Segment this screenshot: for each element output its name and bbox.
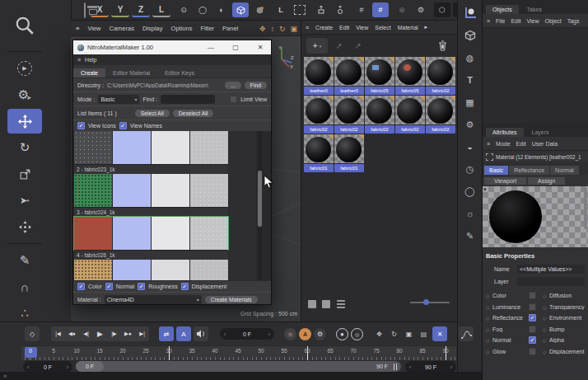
model-mode-icon[interactable] bbox=[232, 2, 249, 17]
material-item[interactable]: fabric05 bbox=[365, 57, 394, 95]
menu-options[interactable]: Options bbox=[171, 25, 193, 32]
slider-knob[interactable] bbox=[423, 299, 429, 305]
keyframe-diamond-icon[interactable]: ◇ bbox=[539, 304, 549, 310]
scrollbar-thumb[interactable] bbox=[258, 171, 262, 227]
zoom-view-icon[interactable]: ↕ bbox=[270, 25, 274, 33]
spin-left-icon[interactable]: ‹ bbox=[27, 364, 29, 370]
tab-create[interactable]: Create bbox=[73, 68, 105, 77]
texture-swatch[interactable] bbox=[190, 260, 228, 280]
texture-swatch[interactable] bbox=[152, 174, 189, 207]
render-settings-gear-icon[interactable]: ⚙ bbox=[413, 2, 429, 17]
play-mode-button[interactable]: ⇄ bbox=[159, 326, 174, 341]
material-item[interactable]: leather0 bbox=[334, 57, 364, 95]
menu-view[interactable]: View bbox=[356, 25, 368, 30]
workplane-button[interactable]: L bbox=[152, 2, 170, 17]
menu-edit[interactable]: Edit bbox=[516, 141, 526, 147]
tab-attributes[interactable]: Attributes bbox=[486, 128, 524, 137]
load-materials-icon[interactable]: ↗ bbox=[331, 38, 347, 54]
scale-tool-icon[interactable] bbox=[7, 162, 42, 186]
tab-editor-material[interactable]: Editor Material bbox=[105, 68, 157, 77]
preview-range-slider[interactable]: 0 F 90 F bbox=[76, 361, 401, 372]
menu-user-data[interactable]: User Data bbox=[532, 141, 558, 147]
spline-arc-icon[interactable]: ∩ bbox=[7, 274, 42, 299]
select-all-button[interactable]: Select All bbox=[135, 110, 170, 117]
menu-edit[interactable]: Edit bbox=[339, 25, 349, 30]
prev-frame-button[interactable]: ◀| bbox=[79, 326, 93, 341]
object-coordinates-icon[interactable]: ◯ bbox=[194, 2, 211, 17]
texture-list[interactable]: 2 - fabric023_1k 3 - fabric024_1k 4 - fa… bbox=[73, 131, 271, 280]
range-end-spinner[interactable]: ‹ 90 F › bbox=[405, 361, 456, 373]
texture-swatch[interactable] bbox=[113, 131, 151, 164]
enable-axis-icon[interactable] bbox=[313, 2, 329, 17]
browse-button[interactable]: ... bbox=[225, 82, 241, 89]
rotate-view-icon[interactable]: ↻ bbox=[279, 25, 286, 33]
pan-view-icon[interactable]: ✥ bbox=[259, 25, 266, 33]
texture-swatch[interactable] bbox=[190, 131, 228, 164]
cursor-move-icon[interactable]: ➤+ bbox=[7, 188, 42, 213]
menu-object[interactable]: Object bbox=[544, 18, 561, 24]
keyframe-diamond-icon[interactable]: ◇ bbox=[539, 349, 549, 354]
menu-edit[interactable]: Edit bbox=[511, 18, 520, 24]
menu-panel[interactable]: Panel bbox=[222, 25, 238, 32]
roughness-checkbox[interactable]: ✓ bbox=[138, 283, 145, 290]
material-type-dropdown[interactable]: Cinema4D▾ bbox=[105, 295, 202, 304]
layer-field[interactable] bbox=[517, 277, 585, 286]
menu-view[interactable]: View bbox=[87, 25, 100, 32]
text-tool-icon[interactable]: T bbox=[462, 72, 478, 88]
object-list[interactable] bbox=[483, 28, 588, 123]
texture-row[interactable] bbox=[74, 174, 228, 207]
record-button[interactable]: ◉ bbox=[284, 328, 296, 340]
delete-material-icon[interactable] bbox=[435, 38, 450, 54]
keyframe-diamond-icon[interactable]: ◇ bbox=[483, 326, 492, 332]
axis-workplane-icon[interactable] bbox=[462, 5, 478, 21]
spin-right-icon[interactable]: › bbox=[268, 331, 270, 337]
record-rotation-toggle[interactable]: ↻ bbox=[388, 328, 400, 340]
clock-icon[interactable]: ◷ bbox=[462, 161, 478, 177]
workplane-axis-icon[interactable]: L bbox=[273, 2, 289, 17]
normal-channel-checkbox[interactable]: ✓ bbox=[529, 336, 536, 344]
goto-start-button[interactable]: |◀ bbox=[51, 326, 65, 341]
menu-cameras[interactable]: Cameras bbox=[110, 25, 134, 32]
grid-view-icon[interactable] bbox=[308, 300, 316, 308]
material-item[interactable]: fabric02 bbox=[426, 96, 455, 134]
axis-y-lock-button[interactable]: Y bbox=[111, 2, 129, 17]
zoom-tool-icon[interactable] bbox=[7, 4, 42, 47]
maximize-button[interactable]: ▢ bbox=[225, 40, 246, 54]
menu-tags[interactable]: Tags bbox=[567, 18, 580, 24]
menu-more-icon[interactable]: ▸ bbox=[425, 24, 428, 30]
current-frame-spinner[interactable]: ‹ 0 F › bbox=[220, 328, 274, 340]
texture-swatch[interactable] bbox=[113, 217, 151, 250]
keyframe-diamond-icon[interactable]: ◇ bbox=[483, 349, 492, 354]
list-scrollbar[interactable] bbox=[258, 131, 262, 280]
material-menu-icon[interactable]: ≡ bbox=[306, 25, 309, 30]
list-view-icon[interactable] bbox=[322, 300, 330, 308]
reflectance-channel-checkbox[interactable]: ✓ bbox=[529, 314, 536, 321]
find-input[interactable] bbox=[161, 95, 215, 104]
texture-swatch[interactable] bbox=[152, 217, 189, 250]
color-checkbox[interactable]: ✓ bbox=[77, 283, 85, 290]
material-item[interactable]: leather0 bbox=[304, 57, 334, 95]
glow-channel-checkbox[interactable] bbox=[529, 348, 536, 355]
add-material-button[interactable]: +▾ bbox=[306, 38, 328, 54]
material-item[interactable]: fabric02 bbox=[304, 96, 334, 134]
sketch-pen-icon[interactable]: ✎ bbox=[7, 248, 42, 273]
menu-create[interactable]: Create bbox=[315, 25, 333, 30]
rotate-tool-icon[interactable]: ↻ bbox=[7, 135, 42, 160]
array-icon[interactable]: ▦ bbox=[462, 94, 478, 110]
detail-view-icon[interactable] bbox=[337, 300, 345, 308]
menu-file[interactable]: File bbox=[496, 18, 505, 24]
material-item[interactable]: fabric01 bbox=[304, 134, 334, 172]
volume-icon[interactable]: ◒ bbox=[462, 138, 478, 155]
texture-swatch[interactable] bbox=[190, 174, 228, 207]
spin-left-icon[interactable]: ‹ bbox=[409, 364, 411, 370]
displacement-checkbox[interactable]: ✓ bbox=[181, 283, 189, 290]
fcurve-button[interactable] bbox=[459, 326, 474, 341]
object-menu-icon[interactable]: ≡ bbox=[487, 18, 490, 24]
shader-ball-icon[interactable]: ◯ bbox=[462, 183, 478, 199]
minimize-button[interactable]: — bbox=[200, 40, 222, 54]
material-item[interactable]: fabric01 bbox=[334, 134, 364, 172]
tweak-tool-icon[interactable]: ⚙➤ bbox=[7, 82, 42, 107]
prev-key-button[interactable]: ◀● bbox=[65, 326, 79, 341]
deselect-all-button[interactable]: Deselect All bbox=[173, 110, 214, 117]
tab-reflectance[interactable]: Reflectance bbox=[509, 166, 549, 175]
